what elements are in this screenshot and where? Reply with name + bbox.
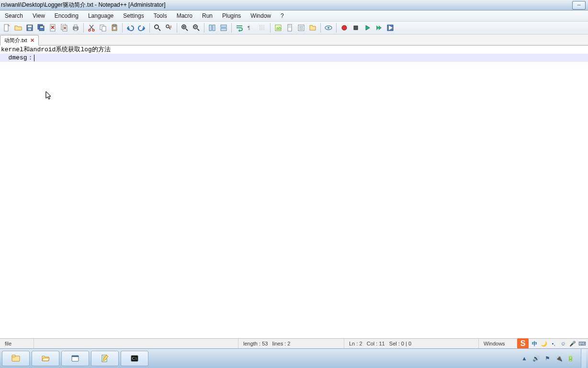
toolbar-separator (336, 23, 337, 33)
new-file-icon[interactable] (1, 22, 12, 34)
svg-rect-33 (288, 27, 291, 28)
tray-flag-icon[interactable]: ⚑ (543, 355, 551, 362)
svg-rect-38 (354, 26, 358, 30)
taskbar-explorer-icon[interactable] (2, 351, 30, 366)
monitor-icon[interactable] (323, 22, 334, 34)
menu-run[interactable]: Run (197, 11, 217, 21)
svg-rect-27 (221, 28, 226, 31)
editor-line[interactable]: kernel和android系统获取log的方法 (0, 46, 588, 54)
folder-tree-icon[interactable] (307, 22, 318, 34)
print-icon[interactable] (70, 22, 81, 34)
tab-label: 动简介.txt (4, 37, 27, 44)
keyboard-icon[interactable]: ⌨ (578, 340, 586, 347)
svg-point-20 (155, 25, 158, 29)
menubar: Search View Encoding Language Settings T… (0, 11, 588, 22)
sync-vert-icon[interactable] (206, 22, 218, 34)
menu-search[interactable]: Search (0, 11, 28, 21)
record-macro-icon[interactable] (339, 22, 350, 34)
toolbar-separator (270, 23, 271, 33)
open-file-icon[interactable] (12, 22, 24, 34)
smile-icon[interactable]: ☺ (559, 340, 567, 347)
language-icon[interactable]: ab (272, 22, 284, 34)
undo-icon[interactable] (124, 22, 136, 34)
taskbar-notepadpp-icon[interactable] (91, 351, 119, 366)
taskbar-folder-open-icon[interactable] (32, 351, 59, 366)
menu-encoding[interactable]: Encoding (50, 11, 83, 21)
copy-icon[interactable] (97, 22, 109, 34)
svg-rect-18 (113, 24, 116, 26)
menu-macro[interactable]: Macro (172, 11, 197, 21)
svg-rect-19 (113, 27, 116, 30)
document-tab[interactable]: 动简介.txt ✕ (0, 35, 39, 46)
toolbar-separator (122, 23, 123, 33)
svg-rect-3 (28, 28, 31, 30)
ime-lang-icon[interactable]: 中 (531, 340, 538, 347)
sogou-ime-icon[interactable]: S (517, 338, 529, 349)
tab-close-icon[interactable]: ✕ (30, 37, 34, 44)
svg-point-21 (166, 25, 169, 28)
menu-plugins[interactable]: Plugins (217, 11, 246, 21)
minimize-button[interactable]: ─ (572, 1, 586, 10)
toolbar-separator (231, 23, 232, 33)
window-title: rs\wanli\Desktop\Logger驱动简介.txt - Notepa… (0, 1, 165, 9)
svg-point-37 (342, 25, 347, 30)
find-icon[interactable] (152, 22, 163, 34)
menu-tools[interactable]: Tools (149, 11, 172, 21)
redo-icon[interactable] (136, 22, 147, 34)
status-file: file (0, 339, 34, 348)
paste-icon[interactable] (109, 22, 120, 34)
zoom-out-icon[interactable] (191, 22, 202, 34)
status-length-lines: length : 53 lines : 2 (238, 339, 344, 348)
status-ln-col-sel: Ln : 2 Col : 11 Sel : 0 | 0 (344, 339, 479, 348)
tray-battery-icon[interactable]: 🔋 (566, 355, 574, 362)
menu-language[interactable]: Language (83, 11, 118, 21)
cut-icon[interactable] (86, 22, 97, 34)
svg-rect-12 (74, 29, 77, 31)
menu-settings[interactable]: Settings (118, 11, 148, 21)
sync-horiz-icon[interactable] (218, 22, 229, 34)
svg-point-14 (92, 29, 94, 31)
replace-icon[interactable] (163, 22, 175, 34)
svg-rect-11 (74, 25, 77, 27)
show-desktop-button[interactable] (581, 349, 586, 368)
play-macro-icon[interactable] (362, 22, 373, 34)
stop-macro-icon[interactable] (350, 22, 362, 34)
tray-arrow-up-icon[interactable]: ▲ (520, 355, 528, 362)
tray-plug-icon[interactable]: 🔌 (555, 355, 563, 362)
svg-rect-0 (4, 24, 8, 31)
close-all-icon[interactable] (58, 22, 70, 34)
svg-rect-16 (102, 26, 106, 31)
save-all-icon[interactable] (35, 22, 47, 34)
play-multi-icon[interactable] (373, 22, 384, 34)
toolbar-separator (149, 23, 150, 33)
show-all-icon[interactable]: ¶ (245, 22, 257, 34)
toolbar: ¶ab (0, 22, 588, 34)
close-icon[interactable] (47, 22, 58, 34)
mic-icon[interactable]: 🎤 (569, 340, 577, 347)
tray-speaker-icon[interactable]: 🔊 (532, 355, 540, 362)
menu-view[interactable]: View (28, 11, 50, 21)
taskbar-dialog-icon[interactable] (61, 351, 89, 366)
doc-map-icon[interactable] (284, 22, 295, 34)
save-macro-icon[interactable] (384, 22, 396, 34)
zoom-in-icon[interactable] (179, 22, 191, 34)
moon-icon[interactable]: 🌙 (540, 340, 548, 347)
svg-text:ab: ab (276, 26, 281, 31)
taskbar: C:\ ▲ 🔊 ⚑ 🔌 🔋 (0, 348, 588, 368)
editor-area[interactable]: kernel和android系统获取log的方法 dmesg： (0, 46, 588, 338)
svg-rect-41 (12, 355, 15, 357)
func-list-icon[interactable] (295, 22, 307, 34)
indent-guide-icon[interactable] (257, 22, 268, 34)
word-wrap-icon[interactable] (234, 22, 245, 34)
punct-icon[interactable]: •, (550, 340, 557, 347)
svg-rect-2 (28, 25, 32, 27)
save-file-icon[interactable] (24, 22, 35, 34)
menu-help[interactable]: ? (276, 11, 289, 21)
editor-line[interactable]: dmesg： (0, 54, 588, 62)
svg-rect-6 (40, 26, 43, 28)
status-spacer (34, 339, 238, 348)
toolbar-separator (204, 23, 204, 33)
taskbar-cmd-icon[interactable]: C:\ (121, 351, 148, 366)
toolbar-separator (83, 23, 84, 33)
menu-window[interactable]: Window (246, 11, 276, 21)
